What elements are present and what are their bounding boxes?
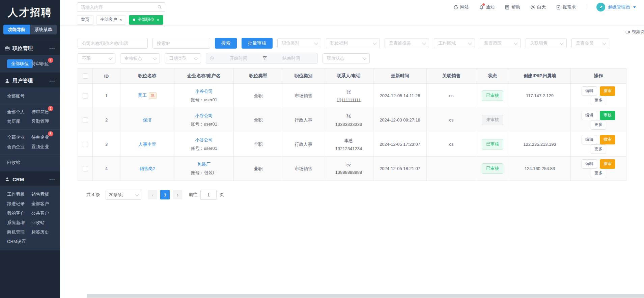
help-button[interactable]: 帮助: [505, 4, 520, 10]
feedback-button[interactable]: 提需求: [556, 4, 576, 10]
search-button[interactable]: 搜索: [215, 38, 237, 49]
batch-review-button[interactable]: 批量审核: [242, 38, 273, 49]
sidebar-item[interactable]: 公共客户: [31, 210, 49, 216]
video-help-link[interactable]: 视频说明: [625, 29, 644, 35]
date-range-picker[interactable]: 开始时间 至 结束时间: [206, 53, 318, 64]
sidebar-item[interactable]: 会员企业: [7, 144, 25, 150]
action-label: 帮助: [511, 4, 520, 10]
search-icon[interactable]: [157, 5, 162, 9]
edit-button[interactable]: 编辑: [582, 86, 597, 96]
sidebar-item[interactable]: 客勤管理: [31, 118, 49, 125]
menu-group: 全部账号: [0, 88, 60, 104]
sidebar-item[interactable]: 全部客户: [31, 201, 49, 207]
sidebar-item[interactable]: 待审职位1: [31, 61, 49, 67]
more-button[interactable]: 更多: [591, 144, 606, 154]
more-button[interactable]: 更多: [591, 169, 606, 178]
avatar[interactable]: [596, 3, 605, 11]
more-dots-icon[interactable]: •••: [49, 47, 55, 51]
sidebar-item[interactable]: 置顶企业: [31, 144, 49, 150]
row-checkbox[interactable]: [83, 166, 88, 171]
company-link[interactable]: 小谷公司: [195, 89, 213, 94]
sidebar-item[interactable]: 工作看板: [7, 191, 25, 197]
next-page-button[interactable]: ›: [173, 190, 182, 199]
filter-select[interactable]: 职位类别: [277, 38, 321, 48]
section-header[interactable]: CRM•••: [0, 171, 60, 186]
more-dots-icon[interactable]: •••: [49, 79, 55, 83]
review-button[interactable]: 审核: [600, 111, 615, 120]
sidebar-item[interactable]: 跟进记录: [7, 201, 25, 207]
sidebar-item[interactable]: 商机管理: [7, 229, 25, 235]
sidebar-item[interactable]: 销售看板: [31, 191, 49, 197]
sidebar-item[interactable]: 全部职位: [7, 59, 33, 68]
row-checkbox[interactable]: [83, 117, 88, 123]
filter-select[interactable]: 是否被投递: [385, 38, 429, 48]
sidebar-item[interactable]: 标签历史: [31, 229, 49, 235]
sidebar-item[interactable]: 系统新增: [7, 220, 25, 226]
filter-select[interactable]: 不限: [78, 53, 115, 63]
global-search-input[interactable]: [80, 4, 155, 10]
more-dots-icon[interactable]: •••: [49, 178, 55, 182]
job-link[interactable]: 人事主管: [139, 142, 156, 147]
user-menu[interactable]: 超级管理员: [596, 3, 636, 11]
page-number-1[interactable]: 1: [160, 190, 170, 199]
theme-toggle-button[interactable]: 白天: [530, 4, 546, 10]
sidebar-item[interactable]: 待审简历1: [31, 109, 49, 115]
company-link[interactable]: 包装厂: [197, 162, 211, 167]
search-ip-input[interactable]: [152, 38, 210, 49]
tab-function-nav[interactable]: 功能导航: [3, 25, 30, 34]
scrollbar-thumb[interactable]: [87, 294, 644, 298]
sidebar-item[interactable]: 全部个人: [7, 109, 25, 115]
edit-button[interactable]: 编辑: [582, 111, 597, 120]
revoke-review-button[interactable]: 撤审: [600, 86, 615, 96]
filter-select[interactable]: 审核状态: [120, 53, 160, 63]
company-link[interactable]: 小谷公司: [195, 137, 213, 142]
close-icon[interactable]: ×: [119, 18, 122, 22]
revoke-review-button[interactable]: 撤审: [600, 135, 615, 144]
job-link[interactable]: 保洁: [143, 117, 152, 123]
global-search[interactable]: [77, 2, 165, 12]
sidebar-item[interactable]: 简历库: [7, 118, 20, 125]
tab-home[interactable]: 首页: [77, 15, 93, 25]
start-date-placeholder[interactable]: 开始时间: [216, 55, 261, 61]
end-date-placeholder[interactable]: 结束时间: [269, 55, 314, 61]
tab-all-jobs[interactable]: 全部职位×: [129, 15, 164, 25]
prev-page-button[interactable]: ‹: [148, 190, 157, 199]
filter-select[interactable]: 是否会员: [571, 38, 609, 48]
page-size-select[interactable]: 20条/页: [106, 190, 141, 200]
notifications-button[interactable]: 通知: [479, 4, 495, 10]
sidebar-item[interactable]: 全部账号: [7, 93, 25, 99]
edit-button[interactable]: 编辑: [582, 135, 597, 144]
close-icon[interactable]: ×: [157, 18, 160, 22]
sidebar-item[interactable]: 全部企业: [7, 134, 25, 140]
goto-page-input[interactable]: [200, 190, 217, 200]
edit-button[interactable]: 编辑: [582, 159, 597, 169]
company-link[interactable]: 小谷公司: [195, 113, 213, 118]
more-button[interactable]: 更多: [591, 120, 606, 130]
filter-select[interactable]: 日期类型: [165, 53, 201, 63]
row-checkbox[interactable]: [83, 142, 88, 147]
tab-all-customers[interactable]: 全部客户×: [96, 15, 126, 25]
website-button[interactable]: 网站: [453, 4, 469, 10]
tab-label: 全部职位: [138, 17, 155, 23]
sidebar-item[interactable]: 回收站: [7, 160, 20, 166]
filter-select[interactable]: 薪资范围: [480, 38, 521, 48]
row-checkbox[interactable]: [83, 93, 88, 99]
section-header[interactable]: 职位管理•••: [0, 40, 60, 55]
keyword-input[interactable]: [78, 38, 148, 49]
filter-select[interactable]: 职位福利: [326, 38, 380, 48]
sidebar-item[interactable]: 待审企业5: [31, 134, 49, 140]
sidebar-item[interactable]: CRM设置: [7, 239, 26, 245]
section-header[interactable]: 用户管理•••: [0, 73, 60, 87]
filter-select[interactable]: 关联销售: [526, 38, 567, 48]
sidebar-item[interactable]: 回收站: [31, 220, 45, 226]
sidebar-item[interactable]: 我的客户: [7, 210, 25, 216]
job-link[interactable]: 销售岗2: [139, 166, 155, 171]
job-link[interactable]: 普工: [138, 93, 147, 98]
revoke-review-button[interactable]: 撤审: [600, 159, 615, 169]
select-all-checkbox[interactable]: [83, 73, 88, 79]
tab-system-menu[interactable]: 系统菜单: [30, 25, 57, 34]
select-placeholder: 不限: [82, 55, 91, 61]
filter-select[interactable]: 工作区域: [434, 38, 475, 48]
more-button[interactable]: 更多: [591, 96, 606, 105]
filter-select[interactable]: 职位状态: [323, 53, 370, 63]
